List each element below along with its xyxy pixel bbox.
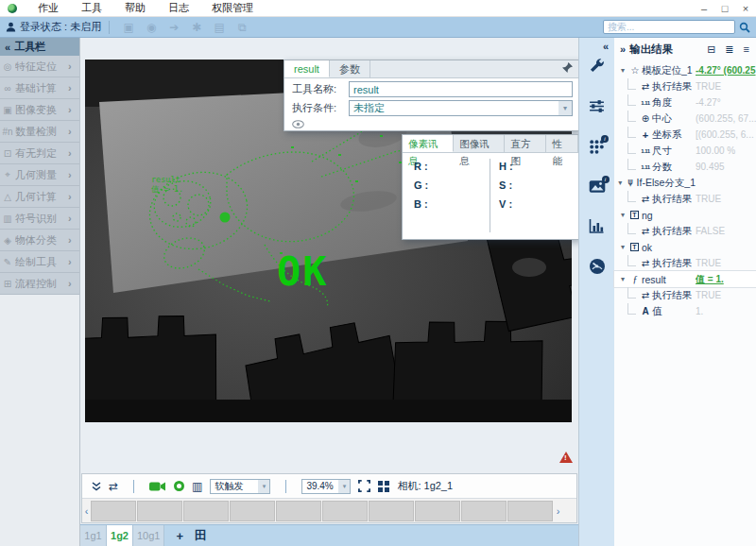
save-icon[interactable]: ▤ xyxy=(208,21,231,34)
sidebar-item-geometry-measure[interactable]: ⌖ 几何测量 › xyxy=(0,164,79,186)
filmstrip-thumbnail[interactable] xyxy=(369,501,414,521)
tool-name-input[interactable] xyxy=(349,81,573,97)
bar-chart-icon[interactable] xyxy=(589,218,605,235)
warning-icon[interactable] xyxy=(559,452,573,463)
image-status-icon[interactable] xyxy=(589,179,606,196)
tree-row-exec-result[interactable]: ⇄ 执行结果 TRUE xyxy=(614,191,756,207)
result-link[interactable]: 值 = 1. xyxy=(696,273,756,286)
sidebar-item-basic-calc[interactable]: ∞ 基础计算 › xyxy=(0,77,79,99)
close-button[interactable]: × xyxy=(735,3,756,14)
expand-arrow-icon[interactable]: ▾ xyxy=(617,275,628,283)
filmstrip-next-icon[interactable]: › xyxy=(554,505,562,517)
collapse-panel-icon[interactable]: « xyxy=(603,38,614,58)
sidebar-item-image-transform[interactable]: ▣ 图像变换 › xyxy=(0,99,79,121)
filmstrip-thumbnail[interactable] xyxy=(137,501,182,521)
tab-performance[interactable]: 性能 xyxy=(546,135,578,152)
tree-row-ng[interactable]: ▾ T ng xyxy=(614,207,756,223)
minimize-button[interactable]: – xyxy=(694,3,714,14)
video-camera-icon[interactable] xyxy=(149,481,166,492)
gauge-icon[interactable] xyxy=(589,258,606,277)
wrench-icon[interactable] xyxy=(589,58,605,76)
open-image-icon[interactable]: ▣ xyxy=(117,21,140,34)
tree-row-center[interactable]: ⊕ 中心 (600.255, 67... xyxy=(614,111,756,127)
eye-icon[interactable] xyxy=(292,120,304,128)
tab-image-info[interactable]: 图像讯息 xyxy=(454,135,505,152)
menu-help[interactable]: 帮助 xyxy=(113,1,157,15)
menu-job[interactable]: 作业 xyxy=(26,1,70,15)
sidebar-item-draw-tool[interactable]: ✎ 绘制工具 › xyxy=(0,251,79,273)
copy-icon[interactable]: ⧉ xyxy=(231,21,253,34)
search-input[interactable] xyxy=(603,20,735,34)
filmstrip-thumbnail[interactable] xyxy=(507,501,553,521)
filmstrip-thumbnail[interactable] xyxy=(461,501,507,521)
tab-result[interactable]: result xyxy=(284,60,330,77)
tab-pixel-info[interactable]: 像素讯息 xyxy=(403,135,454,152)
flow-tab-1g2[interactable]: 1g2 xyxy=(107,525,133,546)
flow-grid-icon[interactable]: 田 xyxy=(195,527,207,544)
flow-tab-10g1[interactable]: 10g1 xyxy=(133,525,164,546)
flow-tab-1g1[interactable]: 1g1 xyxy=(80,525,107,546)
collapse-all-icon[interactable]: ⊟ xyxy=(704,43,718,56)
tree-row-angle[interactable]: 1.11 角度 -4.27° xyxy=(614,94,756,111)
filmstrip-thumbnail[interactable] xyxy=(322,501,368,521)
export-icon[interactable]: ➔ xyxy=(163,21,185,34)
zoom-level-select[interactable]: 39.4% ▾ xyxy=(301,479,351,494)
sidebar-item-geometry-calc[interactable]: △ 几何计算 › xyxy=(0,186,79,208)
sidebar-item-presence-check[interactable]: ⊡ 有无判定 › xyxy=(0,143,79,164)
record-circle-icon[interactable] xyxy=(174,481,184,491)
sidebar-item-object-classify[interactable]: ◈ 物体分类 › xyxy=(0,230,79,251)
menu-tools[interactable]: 工具 xyxy=(70,1,113,15)
sidebar-item-flow-control[interactable]: ⊞ 流程控制 › xyxy=(0,273,79,295)
camera-icon[interactable]: ◉ xyxy=(140,21,163,34)
filmstrip-thumbnail[interactable] xyxy=(415,501,460,521)
settings-icon[interactable]: ✱ xyxy=(185,21,208,34)
tree-connector xyxy=(627,143,636,154)
search-icon[interactable] xyxy=(739,22,750,33)
tree-row-exec-result[interactable]: ⇄ 执行结果 FALSE xyxy=(614,223,756,239)
maximize-button[interactable]: □ xyxy=(714,3,735,14)
filmstrip-prev-icon[interactable]: ‹ xyxy=(82,505,91,517)
tree-row-exec-result[interactable]: ⇄ 执行结果 TRUE xyxy=(614,78,756,94)
film-frames-icon[interactable]: ▥ xyxy=(192,480,202,493)
menu-icon[interactable]: ≡ xyxy=(741,43,752,55)
fit-view-icon[interactable] xyxy=(358,480,370,492)
grid-view-icon[interactable] xyxy=(378,481,389,492)
tree-row-coordinate[interactable]: + 坐标系 [(600.255, 6... xyxy=(614,127,756,143)
menu-permissions[interactable]: 权限管理 xyxy=(200,1,265,15)
tab-histogram[interactable]: 直方图 xyxy=(505,135,546,152)
swap-icon[interactable]: ⇄ xyxy=(109,480,118,493)
sliders-icon[interactable] xyxy=(589,98,605,116)
expand-panel-icon[interactable]: » xyxy=(620,43,626,55)
trigger-mode-select[interactable]: 软触发 ▾ xyxy=(210,479,270,494)
filmstrip-thumbnail[interactable] xyxy=(276,501,321,521)
tree-row-score[interactable]: 1.11 分数 90.495 xyxy=(614,159,756,175)
tree-row-if-else[interactable]: ▾ ⋔ If-Else分支_1 xyxy=(614,175,756,191)
menu-log[interactable]: 日志 xyxy=(157,1,200,15)
module-status-icon[interactable] xyxy=(589,139,605,157)
expand-arrow-icon[interactable]: ▾ xyxy=(617,66,628,75)
tree-view-icon[interactable]: ≣ xyxy=(722,43,736,56)
tree-row-template-locate[interactable]: ▾ ☆ 模板定位_1 -4.27° (600.25 xyxy=(614,62,756,78)
add-flow-icon[interactable]: + xyxy=(176,529,183,543)
result-link[interactable]: -4.27° (600.25 xyxy=(696,65,756,76)
filmstrip-thumbnail[interactable] xyxy=(91,501,136,521)
collapse-sidebar-icon[interactable]: « xyxy=(5,42,10,53)
sidebar-item-count-detect[interactable]: #n 数量检测 › xyxy=(0,121,79,143)
filmstrip-thumbnail[interactable] xyxy=(230,501,275,521)
tab-parameters[interactable]: 参数 xyxy=(330,60,370,77)
sidebar-item-symbol-recognize[interactable]: ▥ 符号识别 › xyxy=(0,208,79,230)
tree-row-exec-result[interactable]: ⇄ 执行结果 TRUE xyxy=(614,255,756,271)
expand-arrow-icon[interactable]: ▾ xyxy=(617,211,628,219)
tree-row-result[interactable]: ▾ ƒ result 值 = 1. xyxy=(614,271,756,287)
tree-row-value[interactable]: A 值 1. xyxy=(614,303,756,319)
sidebar-item-feature-locate[interactable]: ◎ 特征定位 › xyxy=(0,56,79,77)
tree-row-scale[interactable]: 1.11 尺寸 100.00 % xyxy=(614,143,756,159)
expand-arrow-icon[interactable]: ▾ xyxy=(617,179,624,187)
collapse-down-icon[interactable] xyxy=(92,482,101,491)
pin-icon[interactable] xyxy=(562,60,578,77)
expand-arrow-icon[interactable]: ▾ xyxy=(617,243,628,251)
filmstrip-thumbnail[interactable] xyxy=(183,501,229,521)
exec-condition-select[interactable]: 未指定 ▾ xyxy=(349,100,573,116)
tree-row-ok[interactable]: ▾ T ok xyxy=(614,239,756,255)
tree-row-exec-result[interactable]: ⇄ 执行结果 TRUE xyxy=(614,287,756,303)
